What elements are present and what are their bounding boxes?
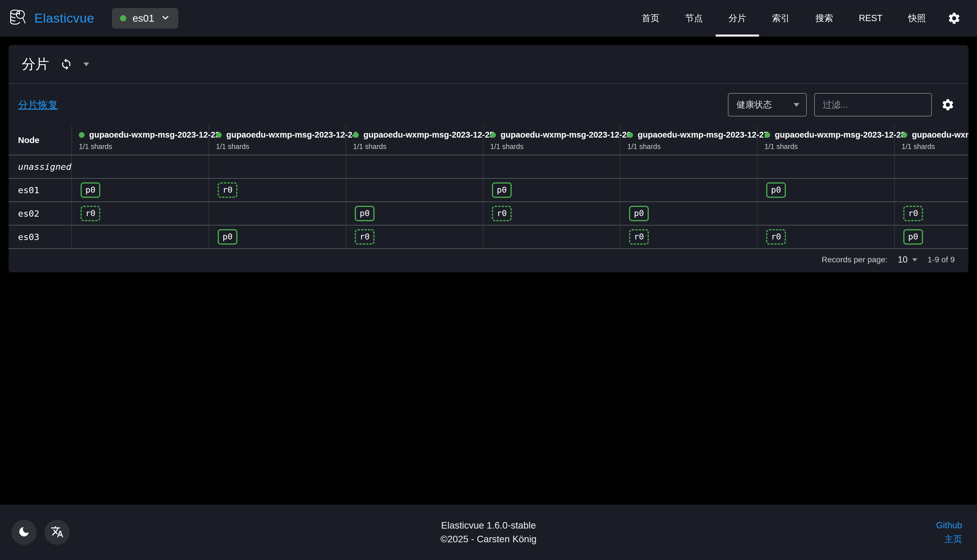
index-shards-count: 1/1 shards <box>353 142 483 151</box>
table-header-index[interactable]: gupaoedu-wxmp-msg-2023-12-231/1 shards <box>72 126 209 155</box>
table-header-index[interactable]: gupaoedu-wxmp-msg-2023-12-281/1 shards <box>757 126 894 155</box>
table-header-index[interactable]: gupaoedu-wxmp-msg-2023-12-241/1 shards <box>209 126 346 155</box>
nav-tab-分片[interactable]: 分片 <box>716 0 759 37</box>
node-label-unassigned: unassigned <box>8 155 72 179</box>
nav-tab-节点[interactable]: 节点 <box>672 0 716 37</box>
shard-badge-r0[interactable]: r0 <box>629 229 649 245</box>
index-name: gupaoedu-wxmp-msg-2023-12-27 <box>637 130 768 140</box>
index-health-dot <box>353 132 359 138</box>
shard-cell: r0 <box>757 225 894 249</box>
homepage-link[interactable]: 主页 <box>936 532 962 546</box>
index-name: gupaoedu-wxmp-msg-2023-12-26 <box>500 130 631 140</box>
shard-badge-r0[interactable]: r0 <box>903 206 923 221</box>
shard-badge-p0[interactable]: p0 <box>80 182 100 198</box>
index-shards-count: 1/1 shards <box>902 142 969 151</box>
shard-cell: r0 <box>483 202 620 225</box>
shard-cell: r0 <box>72 202 209 225</box>
table-header-index[interactable]: gupaoedu-wxmp-m1/1 shards <box>894 126 969 155</box>
table-settings-gear-icon[interactable] <box>941 98 955 112</box>
shards-table: Node gupaoedu-wxmp-msg-2023-12-231/1 sha… <box>8 126 969 249</box>
shard-badge-r0[interactable]: r0 <box>80 206 100 221</box>
elasticvue-logo-icon <box>8 8 27 28</box>
shard-cell <box>72 225 209 249</box>
filter-input[interactable] <box>814 93 932 117</box>
index-shards-count: 1/1 shards <box>216 142 346 151</box>
shard-cell <box>757 155 894 179</box>
shard-badge-p0[interactable]: p0 <box>492 182 512 198</box>
index-health-dot <box>490 132 496 138</box>
app-title: Elasticvue <box>34 11 94 26</box>
shard-cell <box>483 225 620 249</box>
shards-card: 分片 分片恢复 健康状态 Node gupaoedu-wxmp-msg-2023… <box>8 45 969 272</box>
refresh-icon[interactable] <box>60 58 72 70</box>
app-version: Elasticvue 1.6.0-stable <box>440 518 537 532</box>
index-name: gupaoedu-wxmp-msg-2023-12-28 <box>775 130 905 140</box>
shard-cell: p0 <box>209 225 346 249</box>
table-header-index[interactable]: gupaoedu-wxmp-msg-2023-12-271/1 shards <box>620 126 757 155</box>
nav-tab-索引[interactable]: 索引 <box>759 0 803 37</box>
moon-icon <box>18 525 30 539</box>
shard-cell <box>346 155 483 179</box>
health-filter-select[interactable]: 健康状态 <box>728 93 807 117</box>
index-shards-count: 1/1 shards <box>627 142 757 151</box>
shard-badge-r0[interactable]: r0 <box>492 206 512 221</box>
shard-cell <box>757 202 894 225</box>
table-header-node: Node <box>8 126 72 155</box>
index-shards-count: 1/1 shards <box>490 142 620 151</box>
shard-badge-p0[interactable]: p0 <box>629 206 649 221</box>
shard-cell: r0 <box>209 179 346 202</box>
table-header-index[interactable]: gupaoedu-wxmp-msg-2023-12-261/1 shards <box>483 126 620 155</box>
index-name: gupaoedu-wxmp-m <box>912 130 969 140</box>
github-link[interactable]: Github <box>936 518 962 532</box>
nav-tab-快照[interactable]: 快照 <box>895 0 939 37</box>
shard-cell <box>72 155 209 179</box>
language-toggle-button[interactable] <box>45 520 70 545</box>
translate-icon <box>50 525 64 540</box>
shard-badge-p0[interactable]: p0 <box>766 182 786 198</box>
shard-cell: p0 <box>894 225 969 249</box>
card-title-row: 分片 <box>8 45 969 84</box>
nav-tabs: 首页节点分片索引搜索REST快照 <box>629 0 939 37</box>
shard-badge-p0[interactable]: p0 <box>217 229 238 245</box>
shard-badge-p0[interactable]: p0 <box>355 206 375 221</box>
shard-badge-r0[interactable]: r0 <box>766 229 786 245</box>
index-name: gupaoedu-wxmp-msg-2023-12-25 <box>363 130 494 140</box>
index-name: gupaoedu-wxmp-msg-2023-12-24 <box>226 130 357 140</box>
table-header-index[interactable]: gupaoedu-wxmp-msg-2023-12-251/1 shards <box>346 126 483 155</box>
shard-badge-r0[interactable]: r0 <box>217 182 238 198</box>
index-shards-count: 1/1 shards <box>79 142 209 151</box>
shard-badge-r0[interactable]: r0 <box>355 229 375 245</box>
shard-cell <box>620 179 757 202</box>
records-per-page-value: 10 <box>898 255 908 265</box>
per-page-caret-icon <box>912 258 917 262</box>
records-per-page-select[interactable]: 10 <box>898 255 917 265</box>
settings-gear-icon[interactable] <box>947 12 961 25</box>
shard-cell <box>483 155 620 179</box>
shard-badge-p0[interactable]: p0 <box>903 229 923 245</box>
shard-cell: r0 <box>620 225 757 249</box>
node-label-es02: es02 <box>8 202 72 225</box>
nav-tab-首页[interactable]: 首页 <box>629 0 672 37</box>
footer: Elasticvue 1.6.0-stable ©2025 - Carsten … <box>0 505 977 560</box>
shard-cell: p0 <box>757 179 894 202</box>
nav-tab-REST[interactable]: REST <box>846 0 895 37</box>
copyright: ©2025 - Carsten König <box>440 532 537 546</box>
pagination-row: Records per page: 10 1-9 of 9 <box>8 249 969 271</box>
cluster-selector[interactable]: es01 <box>112 8 178 28</box>
page-title: 分片 <box>22 55 49 73</box>
shard-cell <box>209 155 346 179</box>
nav-tab-搜索[interactable]: 搜索 <box>803 0 846 37</box>
index-health-dot <box>902 132 907 138</box>
pagination-range: 1-9 of 9 <box>928 255 955 264</box>
shard-cell: p0 <box>346 202 483 225</box>
shard-recovery-link[interactable]: 分片恢复 <box>18 98 58 112</box>
shard-cell <box>346 179 483 202</box>
shard-cell <box>894 179 969 202</box>
shard-cell: p0 <box>72 179 209 202</box>
index-health-dot <box>627 132 633 138</box>
controls-row: 分片恢复 健康状态 <box>8 84 969 126</box>
dark-mode-toggle-button[interactable] <box>12 520 37 545</box>
refresh-dropdown-caret-icon[interactable] <box>84 63 89 66</box>
index-name: gupaoedu-wxmp-msg-2023-12-23 <box>89 130 220 140</box>
shard-cell <box>894 155 969 179</box>
